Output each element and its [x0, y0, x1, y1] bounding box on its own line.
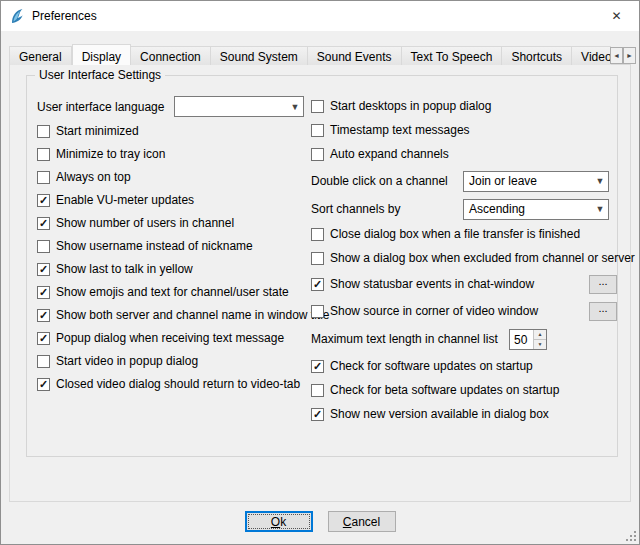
checkbox-label: Start video in popup dialog	[56, 354, 198, 368]
checkbox-label: Show source in corner of video window	[330, 304, 538, 318]
checkbox-box: ✓	[37, 332, 50, 345]
double-click-label: Double click on a channel	[311, 174, 463, 188]
checkbox-label: Closed video dialog should return to vid…	[56, 377, 300, 391]
checkbox-label: Show statusbar events in chat-window	[330, 277, 534, 291]
video-source-options-button[interactable]: ...	[589, 302, 617, 321]
checkbox-show-username-instead-nickname[interactable]: Show username instead of nickname	[37, 238, 309, 254]
checkbox-show-emojis-and-text[interactable]: ✓ Show emojis and text for channel/user …	[37, 284, 309, 300]
checkbox-box	[311, 384, 324, 397]
tab-video[interactable]: Video	[572, 46, 611, 65]
checkbox-label: Start minimized	[56, 124, 139, 138]
checkbox-enable-vu-meter-updates[interactable]: ✓ Enable VU-meter updates	[37, 192, 309, 208]
max-text-length-value[interactable]: 50	[510, 330, 533, 349]
checkbox-box	[311, 124, 324, 137]
tab-scroll-control	[610, 47, 636, 64]
checkbox-closed-video-return-tab[interactable]: ✓ Closed video dialog should return to v…	[37, 376, 309, 392]
checkbox-label: Show number of users in channel	[56, 216, 234, 230]
tab-text-to-speech[interactable]: Text To Speech	[402, 46, 503, 65]
checkbox-show-server-channel-in-title[interactable]: ✓ Show both server and channel name in w…	[37, 307, 309, 323]
checkbox-video-source-corner[interactable]	[311, 305, 324, 318]
user-interface-settings-group: User Interface Settings User interface l…	[26, 75, 618, 457]
chevron-down-icon	[287, 102, 303, 112]
checkbox-label: Close dialog box when a file transfer is…	[330, 227, 580, 241]
checkbox-label: Timestamp text messages	[330, 123, 470, 137]
checkbox-label: Check for software updates on startup	[330, 359, 533, 373]
checkbox-label: Popup dialog when receiving text message	[56, 331, 284, 345]
button-bar: Ok Cancel	[1, 511, 639, 532]
app-icon	[9, 8, 25, 24]
checkbox-start-video-popup[interactable]: Start video in popup dialog	[37, 353, 309, 369]
statusbar-events-options-button[interactable]: ...	[589, 275, 617, 294]
tab-scroll-left-icon[interactable]	[610, 47, 623, 64]
checkbox-show-last-to-talk-yellow[interactable]: ✓ Show last to talk in yellow	[37, 261, 309, 277]
right-column: Start desktops in popup dialog Timestamp…	[311, 98, 617, 430]
checkbox-label: Show a dialog box when excluded from cha…	[330, 251, 635, 265]
tab-general[interactable]: General	[9, 46, 72, 65]
spin-down-icon[interactable]	[534, 340, 546, 349]
tab-scroll-right-icon[interactable]	[623, 47, 636, 64]
checkbox-timestamp-text-messages[interactable]: Timestamp text messages	[311, 122, 617, 138]
spin-up-icon[interactable]	[534, 330, 546, 340]
checkbox-label: Show emojis and text for channel/user st…	[56, 285, 289, 299]
checkbox-start-minimized[interactable]: Start minimized	[37, 123, 309, 139]
checkbox-label: Enable VU-meter updates	[56, 193, 194, 207]
checkbox-start-desktops-popup[interactable]: Start desktops in popup dialog	[311, 98, 617, 114]
checkbox-box	[37, 355, 50, 368]
max-text-length-spinner[interactable]: 50	[509, 329, 547, 350]
double-click-select[interactable]: Join or leave	[463, 171, 609, 192]
checkbox-label: Minimize to tray icon	[56, 147, 165, 161]
display-tab-page: User Interface Settings User interface l…	[9, 64, 631, 502]
double-click-value: Join or leave	[469, 174, 537, 188]
cancel-button-label: Cancel	[343, 515, 380, 529]
checkbox-auto-expand-channels[interactable]: Auto expand channels	[311, 146, 617, 162]
sort-channels-label: Sort channels by	[311, 202, 463, 216]
checkbox-check-software-updates[interactable]: ✓ Check for software updates on startup	[311, 358, 617, 374]
checkbox-popup-dialog-text-message[interactable]: ✓ Popup dialog when receiving text messa…	[37, 330, 309, 346]
checkbox-box	[311, 100, 324, 113]
left-column: User interface language Start minimized …	[37, 96, 309, 399]
tab-sound-system[interactable]: Sound System	[211, 46, 308, 65]
tab-connection[interactable]: Connection	[131, 46, 211, 65]
tab-sound-events[interactable]: Sound Events	[308, 46, 402, 65]
checkbox-box	[311, 228, 324, 241]
close-button[interactable]	[594, 1, 639, 31]
checkbox-label: Show new version available in dialog box	[330, 407, 549, 421]
preferences-dialog: Preferences General Display Connection S…	[0, 0, 640, 545]
tab-shortcuts[interactable]: Shortcuts	[502, 46, 572, 65]
language-label: User interface language	[37, 100, 174, 114]
window-title: Preferences	[32, 9, 97, 23]
checkbox-show-number-of-users[interactable]: ✓ Show number of users in channel	[37, 215, 309, 231]
spinner-buttons	[533, 330, 546, 349]
checkbox-box	[311, 252, 324, 265]
checkbox-show-dialog-excluded[interactable]: Show a dialog box when excluded from cha…	[311, 250, 617, 266]
max-text-length-label: Maximum text length in channel list	[311, 332, 509, 346]
checkbox-box	[311, 148, 324, 161]
checkbox-box	[37, 125, 50, 138]
group-title: User Interface Settings	[35, 68, 165, 82]
checkbox-box	[37, 240, 50, 253]
checkbox-check-beta-updates[interactable]: Check for beta software updates on start…	[311, 382, 617, 398]
checkbox-box: ✓	[311, 408, 324, 421]
checkbox-box: ✓	[37, 194, 50, 207]
checkbox-label: Check for beta software updates on start…	[330, 383, 559, 397]
checkbox-statusbar-events[interactable]: ✓	[311, 278, 324, 291]
ok-button[interactable]: Ok	[245, 511, 313, 532]
checkbox-box	[37, 148, 50, 161]
checkbox-minimize-to-tray-icon[interactable]: Minimize to tray icon	[37, 146, 309, 162]
titlebar[interactable]: Preferences	[1, 1, 639, 31]
checkbox-box: ✓	[37, 309, 50, 322]
checkbox-show-new-version-dialog[interactable]: ✓ Show new version available in dialog b…	[311, 406, 617, 422]
sort-channels-value: Ascending	[469, 202, 525, 216]
sort-channels-select[interactable]: Ascending	[463, 199, 609, 220]
chevron-down-icon	[592, 176, 608, 186]
checkbox-always-on-top[interactable]: Always on top	[37, 169, 309, 185]
language-select[interactable]	[174, 96, 304, 117]
checkbox-label: Auto expand channels	[330, 147, 449, 161]
checkbox-close-dialog-file-transfer[interactable]: Close dialog box when a file transfer is…	[311, 226, 617, 242]
cancel-button[interactable]: Cancel	[328, 511, 396, 532]
checkbox-label: Show username instead of nickname	[56, 239, 253, 253]
tab-display[interactable]: Display	[72, 44, 131, 65]
resize-grip[interactable]	[624, 529, 637, 542]
checkbox-box: ✓	[311, 360, 324, 373]
checkbox-label: Show both server and channel name in win…	[56, 308, 330, 322]
